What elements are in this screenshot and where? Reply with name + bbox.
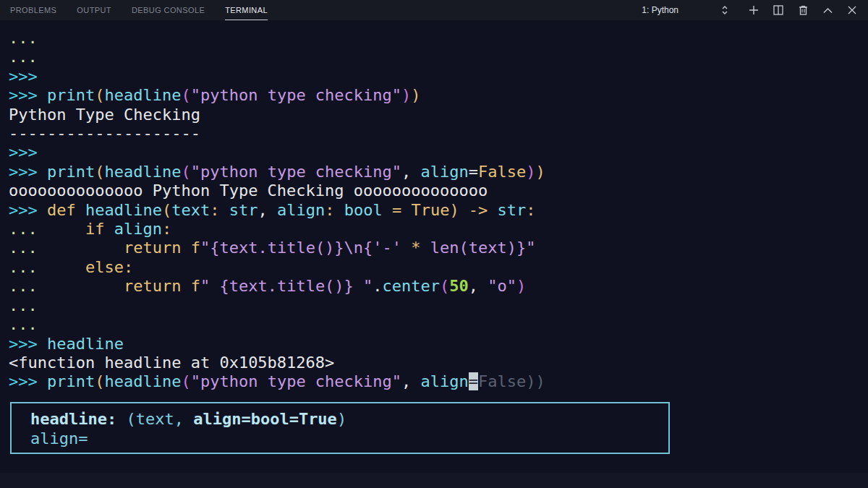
- terminal-segment-paren2: ): [401, 86, 411, 104]
- tooltip-segment-ttb: align=bool=True: [193, 410, 337, 428]
- terminal-segment-cont: ...: [9, 296, 38, 314]
- terminal-segment-ident: align: [421, 372, 469, 390]
- terminal-segment-prompt: >>>: [9, 335, 47, 353]
- terminal-segment-plain: [38, 258, 85, 276]
- signature-help-tooltip: headline: (text, align=bool=True)align=: [10, 402, 670, 454]
- terminal-buffer[interactable]: ......>>>>>> print(headline("python type…: [9, 29, 868, 392]
- terminal-segment-kw: :: [162, 220, 171, 238]
- close-panel-icon[interactable]: [845, 3, 859, 17]
- terminal-segment-plain: Python Type Checking: [9, 106, 200, 124]
- terminal-segment-plain: [38, 239, 124, 257]
- terminal-segment-plain: [38, 220, 85, 238]
- terminal-segment-cont: ...: [9, 220, 38, 238]
- status-strip: [0, 473, 868, 488]
- tooltip-segment-tt: ): [337, 410, 346, 428]
- terminal-segment-kw: (: [95, 86, 104, 104]
- terminal-segment-ident: str: [229, 201, 258, 219]
- terminal-segment-plain: ,: [401, 163, 421, 181]
- terminal-segment-ident: print: [47, 372, 95, 390]
- terminal-segment-cont: ...: [9, 315, 38, 333]
- terminal-segment-kw: else:: [85, 258, 133, 276]
- terminal-segment-cont: ...: [9, 239, 38, 257]
- terminal-segment-ident: align: [114, 220, 162, 238]
- terminal-segment-kw: f: [191, 239, 200, 257]
- terminal-line: ... return f"{text.title()}\n{'-' * len(…: [9, 239, 868, 257]
- terminal-segment-cont: ...: [9, 29, 38, 47]
- terminal-line: ...: [9, 29, 868, 48]
- terminal-segment-str: "python type checking": [191, 86, 401, 104]
- terminal-segment-plain: .: [373, 277, 382, 295]
- terminal-segment-prompt: >>>: [9, 86, 47, 104]
- terminal-segment-kw: False: [478, 163, 526, 181]
- terminal-line: >>> headline: [9, 335, 868, 354]
- kill-terminal-icon[interactable]: [796, 3, 810, 17]
- terminal-segment-plain: <function headline at 0x105b81268>: [9, 354, 334, 372]
- maximize-panel-icon[interactable]: [820, 3, 835, 17]
- terminal-segment-paren2: (: [181, 86, 190, 104]
- tab-problems[interactable]: PROBLEMS: [10, 0, 56, 20]
- terminal-segment-kw: *: [411, 239, 430, 257]
- terminal-segment-ident: headline: [104, 86, 181, 104]
- terminal-segment-ident: bool: [344, 201, 383, 219]
- terminal-segment-paren2: (: [440, 277, 449, 295]
- terminal-segment-prompt: >>>: [9, 163, 47, 181]
- terminal-segment-plain: --------------------: [9, 124, 200, 142]
- terminal-line: oooooooooooooo Python Type Checking oooo…: [9, 181, 868, 200]
- terminal-segment-ident: str: [498, 201, 527, 219]
- tooltip-segment-ttb: headline:: [30, 410, 126, 428]
- terminal-segment-ident: headline: [85, 201, 162, 219]
- terminal-segment-kw: :: [325, 201, 344, 219]
- terminal-line: <function headline at 0x105b81268>: [9, 354, 868, 372]
- terminal-segment-ident: center: [383, 277, 440, 295]
- terminal-line: ...: [9, 48, 868, 67]
- tab-terminal[interactable]: TERMINAL: [225, 0, 268, 20]
- terminal-segment-plain: [38, 277, 124, 295]
- terminal-line: ... else:: [9, 258, 868, 277]
- terminal-segment-kw: =: [383, 201, 412, 219]
- tab-debug-console[interactable]: DEBUG CONSOLE: [132, 0, 205, 20]
- panel-tab-bar: PROBLEMS OUTPUT DEBUG CONSOLE TERMINAL 1…: [0, 0, 868, 20]
- terminal-segment-plain: oooooooooooooo Python Type Checking oooo…: [9, 181, 488, 200]
- terminal-segment-kw: :: [210, 201, 229, 219]
- terminal-line: ... if align:: [9, 220, 868, 239]
- terminal-shell-selector[interactable]: 1: Python: [642, 3, 732, 17]
- signature-help-content: headline: (text, align=bool=True)align=: [30, 409, 668, 448]
- select-arrows-icon: [718, 3, 732, 17]
- terminal-segment-kw: f: [191, 277, 200, 295]
- terminal-line: >>> print(headline("python type checking…: [9, 163, 868, 181]
- terminal-segment-plain: ,: [258, 201, 277, 219]
- terminal-line: ... return f" {text.title()} ".center(50…: [9, 277, 868, 296]
- terminal-segment-kw: ): [411, 86, 420, 104]
- terminal-segment-kw: return: [124, 277, 191, 295]
- terminal-segment-kw: (: [95, 163, 104, 181]
- new-terminal-icon[interactable]: [746, 3, 761, 17]
- terminal-segment-paren2: ): [516, 277, 526, 295]
- terminal-segment-kw: ): [449, 201, 459, 219]
- terminal-segment-paren2: (: [181, 372, 190, 390]
- terminal-segment-plain: =: [469, 163, 478, 181]
- terminal-segment-str: "{text.title()}\n{'-': [200, 239, 411, 257]
- tooltip-line: headline: (text, align=bool=True): [30, 409, 668, 429]
- terminal-line: ...: [9, 296, 868, 315]
- terminal-segment-ident: print: [47, 163, 95, 181]
- terminal-segment-ident: align: [277, 201, 325, 219]
- terminal-controls: 1: Python: [642, 0, 868, 20]
- terminal-segment-cont: ...: [9, 48, 38, 66]
- terminal-segment-kw: ): [536, 163, 545, 181]
- terminal-segment-kw: ->: [459, 201, 498, 219]
- terminal-segment-num: 50: [449, 277, 469, 295]
- tab-output[interactable]: OUTPUT: [77, 0, 111, 20]
- terminal-segment-ident: print: [47, 86, 95, 104]
- terminal-line: Python Type Checking: [9, 106, 868, 124]
- terminal-segment-paren2: ): [526, 163, 535, 181]
- terminal-line: ...: [9, 315, 868, 334]
- terminal-segment-str: "python type checking": [191, 163, 401, 181]
- split-terminal-icon[interactable]: [771, 3, 786, 17]
- terminal-segment-ident: align: [421, 163, 469, 181]
- terminal-segment-str: "python type checking": [191, 372, 401, 390]
- terminal-segment-prompt: >>>: [9, 372, 47, 390]
- tooltip-line: align=: [30, 429, 668, 448]
- tooltip-segment-tt: text,: [136, 410, 193, 428]
- terminal-segment-prompt: >>>: [9, 143, 38, 161]
- terminal-segment-cont: ...: [9, 277, 38, 295]
